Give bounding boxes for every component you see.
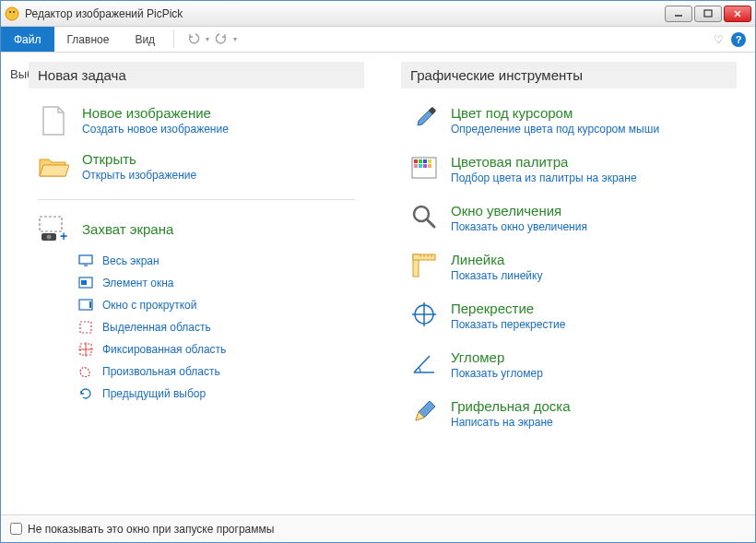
window-title: Редактор изображений PicPick — [25, 7, 665, 20]
new-file-icon — [38, 105, 69, 136]
palette-icon — [410, 154, 438, 182]
svg-point-1 — [9, 11, 11, 13]
minimize-button[interactable] — [665, 6, 692, 22]
ribbon: Файл Главное Вид ▾ ▾ ♡ ? — [1, 27, 755, 53]
capture-region[interactable]: Выделенная область — [78, 316, 355, 338]
svg-rect-14 — [81, 280, 87, 285]
app-icon — [5, 6, 19, 21]
capture-label: Элемент окна — [102, 277, 174, 289]
svg-line-32 — [427, 219, 434, 227]
open-title: Открыть — [82, 151, 196, 167]
separator — [173, 30, 174, 48]
svg-rect-29 — [423, 164, 427, 168]
folder-open-icon — [38, 151, 69, 183]
fixed-region-icon — [78, 342, 93, 357]
camera-icon: + — [38, 215, 69, 242]
screen-capture-title: Захват экрана — [82, 221, 173, 237]
tool-protractor[interactable]: УгломерПоказать угломер — [401, 344, 737, 393]
window-control-icon — [78, 276, 93, 290]
tool-ruler[interactable]: ЛинейкаПоказать линейку — [401, 246, 737, 295]
side-panel-stub: Выб — [1, 53, 29, 514]
svg-text:+: + — [60, 229, 67, 242]
svg-rect-25 — [423, 159, 427, 163]
undo-dropdown-icon[interactable]: ▾ — [206, 35, 209, 43]
tool-title: Цвет под курсором — [451, 105, 659, 121]
scroll-window-icon — [78, 298, 93, 313]
dont-show-label: Не показывать это окно при запуске прогр… — [28, 523, 274, 536]
capture-scrolling-window[interactable]: Окно с прокруткой — [78, 294, 355, 316]
ruler-icon — [410, 252, 438, 279]
capture-fixed-region[interactable]: Фиксированная область — [78, 338, 355, 360]
svg-rect-16 — [89, 301, 91, 308]
svg-rect-26 — [428, 159, 431, 163]
undo-icon[interactable] — [187, 31, 200, 47]
monitor-icon — [78, 254, 93, 268]
tool-whiteboard[interactable]: Грифельная доскаНаписать на экране — [401, 393, 737, 442]
capture-fullscreen[interactable]: Весь экран — [78, 250, 355, 272]
svg-rect-23 — [414, 159, 418, 163]
tool-sub: Написать на экране — [451, 416, 571, 429]
pencil-icon — [410, 398, 438, 426]
capture-label: Фиксированная область — [102, 343, 226, 356]
section-header-tools: Графические инструменты — [401, 62, 737, 89]
capture-label: Произвольная область — [102, 365, 220, 378]
favorite-icon[interactable]: ♡ — [714, 33, 724, 46]
tool-title: Грифельная доска — [451, 398, 571, 414]
open-sub: Открыть изображение — [82, 169, 196, 182]
tool-color-palette[interactable]: Цветовая палитраПодбор цвета из палитры … — [401, 148, 737, 197]
region-icon — [78, 320, 93, 335]
start-page: Новая задача Новое изображение Создать н… — [29, 53, 755, 514]
capture-label: Весь экран — [102, 254, 159, 267]
svg-rect-17 — [80, 322, 91, 333]
svg-point-0 — [6, 7, 18, 20]
magnifier-icon — [410, 203, 438, 230]
tool-magnifier[interactable]: Окно увеличенияПоказать окно увеличения — [401, 197, 737, 246]
protractor-icon — [410, 349, 438, 377]
new-image-title: Новое изображение — [82, 105, 229, 121]
app-window: Редактор изображений PicPick Файл Главно… — [0, 0, 756, 543]
capture-repeat-last[interactable]: Предыдущий выбор — [78, 383, 355, 405]
footer: Не показывать это окно при запуске прогр… — [1, 514, 755, 542]
new-image-item[interactable]: Новое изображение Создать новое изображе… — [29, 100, 364, 146]
tool-sub: Показать линейку — [451, 269, 542, 282]
tool-title: Перекрестие — [451, 301, 565, 316]
right-column: Графические инструменты Цвет под курсоро… — [401, 62, 737, 514]
tool-title: Линейка — [451, 252, 542, 267]
tab-view[interactable]: Вид — [122, 27, 168, 52]
open-item[interactable]: Открыть Открыть изображение — [29, 146, 364, 192]
dont-show-checkbox[interactable] — [10, 523, 22, 535]
capture-freehand[interactable]: Произвольная область — [78, 360, 355, 383]
divider — [38, 199, 355, 200]
capture-label: Окно с прокруткой — [102, 299, 196, 312]
svg-rect-7 — [40, 217, 62, 231]
close-button[interactable] — [724, 6, 751, 22]
tab-home[interactable]: Главное — [54, 27, 123, 52]
tool-sub: Показать угломер — [451, 367, 543, 380]
new-image-sub: Создать новое изображение — [82, 123, 229, 136]
window-controls — [665, 6, 751, 22]
capture-list: Весь экран Элемент окна Окно с прокрутко… — [29, 250, 364, 405]
svg-rect-24 — [419, 159, 422, 163]
maximize-button[interactable] — [694, 6, 722, 22]
tool-sub: Определение цвета под курсором мыши — [451, 123, 659, 136]
content-area: Выб Новая задача Новое изображение Созда… — [1, 53, 755, 514]
tool-color-picker[interactable]: Цвет под курсоромОпределение цвета под к… — [401, 100, 737, 148]
tool-title: Окно увеличения — [451, 203, 587, 218]
help-icon[interactable]: ? — [731, 32, 746, 47]
tool-crosshair[interactable]: ПерекрестиеПоказать перекрестие — [401, 295, 737, 344]
titlebar: Редактор изображений PicPick — [1, 1, 755, 27]
eyedropper-icon — [410, 105, 438, 133]
tab-file[interactable]: Файл — [1, 27, 54, 52]
tool-sub: Показать окно увеличения — [451, 220, 587, 233]
quick-access-toolbar: ▾ ▾ — [180, 27, 237, 52]
svg-rect-27 — [414, 164, 418, 168]
tool-sub: Показать перекрестие — [451, 318, 565, 331]
capture-label: Выделенная область — [102, 321, 211, 334]
svg-rect-30 — [428, 164, 431, 168]
crosshair-icon — [410, 301, 438, 328]
capture-window-control[interactable]: Элемент окна — [78, 272, 355, 294]
svg-line-43 — [414, 356, 430, 372]
svg-rect-11 — [79, 255, 92, 264]
redo-icon[interactable] — [215, 31, 228, 47]
tool-sub: Подбор цвета из палитры на экране — [451, 171, 637, 184]
